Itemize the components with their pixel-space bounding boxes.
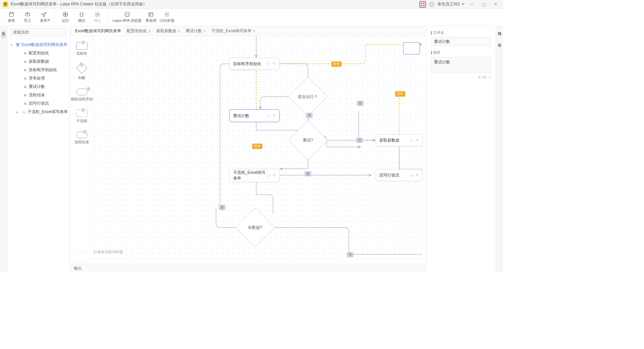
- minimize-button[interactable]: —: [467, 1, 476, 8]
- palette-subflow[interactable]: 1子流程: [76, 110, 88, 123]
- import-button[interactable]: 导入: [20, 10, 35, 25]
- node-palette: 7流程块 3判断 0辅助流程开始 1子流程 1流程结束: [70, 36, 94, 264]
- field-label-filename: 文件名: [431, 30, 491, 35]
- close-icon[interactable]: ×: [253, 29, 255, 34]
- publish-button[interactable]: 发布: [36, 10, 51, 25]
- command-icon[interactable]: [1, 34, 6, 38]
- tab[interactable]: 获取新数据×: [154, 27, 183, 36]
- svg-rect-15: [2, 34, 5, 37]
- browser-button[interactable]: AILaiye RPA 浏览器: [112, 10, 142, 25]
- toolbar-divider: [54, 11, 55, 23]
- tree-item[interactable]: ≋配置初始化: [7, 49, 69, 57]
- tree-subflow[interactable]: ▸▭子流程_Excel填写表单: [7, 108, 69, 116]
- layers-icon: ≋: [23, 101, 28, 106]
- close-button[interactable]: ✕: [491, 1, 500, 8]
- node-init[interactable]: 目标程序初始化 ▷✎: [229, 58, 280, 70]
- edit-icon[interactable]: ✎: [416, 173, 419, 178]
- play-icon[interactable]: ▷: [411, 173, 414, 178]
- close-icon[interactable]: ×: [148, 29, 151, 34]
- uilib-button[interactable]: 界面库: [144, 10, 158, 25]
- subflow-icon: ▭: [21, 110, 26, 114]
- tree-root[interactable]: ▾ Excel数据填写到网页表单: [7, 41, 69, 49]
- chevron-down-icon: [462, 3, 464, 5]
- import-icon: [24, 11, 31, 17]
- debug-button[interactable]: 调试: [74, 10, 89, 25]
- flow-canvas[interactable]: 7流程块 3判断 0辅助流程开始 1子流程 1流程结束: [70, 36, 426, 264]
- tree-item[interactable]: ≋获取新数据: [7, 57, 69, 66]
- editor-tabs: Excel数据填写到网页表单 配置初始化× 获取新数据× 重试计数× 子流程_E…: [70, 26, 426, 36]
- save-button[interactable]: 保存: [4, 10, 19, 25]
- decision-retry[interactable]: 重试?: [294, 126, 322, 154]
- edit-icon[interactable]: ✎: [273, 173, 276, 178]
- tree-item[interactable]: ≋流程结束: [7, 91, 69, 99]
- svg-rect-13: [165, 13, 169, 16]
- edit-icon[interactable]: ✎: [416, 138, 419, 143]
- palette-decision[interactable]: 3判断: [78, 64, 86, 81]
- right-side-tabs: 属性 令部: [496, 26, 503, 272]
- layers-icon: ≋: [23, 85, 28, 89]
- output-panel-header[interactable]: 输出: [70, 264, 426, 272]
- decision-firstrun[interactable]: 首次运行？: [294, 83, 322, 111]
- palette-aux-start[interactable]: 0辅助流程开始: [71, 89, 93, 102]
- palette-block[interactable]: 7流程块: [76, 42, 88, 56]
- play-icon[interactable]: ▷: [268, 113, 271, 118]
- ai-icon: AI: [124, 11, 130, 17]
- svg-rect-12: [149, 13, 153, 16]
- svg-rect-0: [421, 2, 422, 4]
- tree-item[interactable]: ≋目标程序初始化: [7, 66, 69, 74]
- tree-item[interactable]: ≋回写行状态: [7, 99, 69, 108]
- play-icon[interactable]: ▷: [268, 173, 271, 178]
- play-icon[interactable]: ▷: [411, 138, 414, 143]
- bug-icon: [78, 11, 85, 17]
- uianalyzer-button[interactable]: UI分析器: [160, 10, 174, 25]
- user-avatar[interactable]: [429, 1, 435, 7]
- node-retry[interactable]: 重试计数 ▷✎: [229, 109, 280, 122]
- svg-rect-1: [423, 2, 424, 4]
- edge-label-exception: 异常: [395, 91, 405, 97]
- description-field[interactable]: [431, 57, 491, 73]
- svg-point-7: [80, 13, 83, 17]
- run-button[interactable]: 运行: [58, 10, 73, 25]
- stop-button: 停止: [90, 10, 105, 25]
- field-label-desc: 描述: [431, 50, 491, 55]
- tree-item[interactable]: ≋异常处理: [7, 74, 69, 83]
- svg-rect-2: [421, 5, 422, 6]
- apps-grid-button[interactable]: [419, 1, 426, 8]
- left-side-tabs: 流程: [0, 26, 7, 272]
- edge-label-exception: 异常: [252, 144, 262, 149]
- svg-rect-3: [423, 5, 424, 6]
- svg-rect-17: [16, 43, 18, 44]
- titlebar: B Excel数据填写到网页表单 - Laiye RPA Creator 社区版…: [0, 0, 503, 9]
- tree-item[interactable]: ≋重试计数: [7, 83, 69, 91]
- chevron-down-icon: [47, 19, 50, 21]
- toolbar: 保存 导入 发布 运行 调试 停止 AILaiye RPA 浏览器 界面库 UI…: [0, 9, 503, 26]
- edge-label-no: 否: [347, 252, 354, 257]
- maximize-button[interactable]: ▢: [479, 1, 488, 8]
- explorer-panel: ▾ Excel数据填写到网页表单 ≋配置初始化 ≋获取新数据 ≋目标程序初始化 …: [7, 26, 70, 272]
- edit-icon[interactable]: ✎: [273, 61, 276, 66]
- layers-icon: ≋: [23, 93, 28, 98]
- tab[interactable]: Excel数据填写到网页表单: [72, 27, 124, 36]
- minimap[interactable]: [403, 42, 420, 54]
- filename-field[interactable]: [431, 37, 491, 46]
- close-icon[interactable]: ×: [178, 29, 180, 34]
- svg-text:AI: AI: [126, 13, 128, 15]
- tab[interactable]: 子流程_Excel填写表单×: [209, 27, 258, 36]
- edit-icon[interactable]: ✎: [273, 113, 276, 118]
- node-getdata[interactable]: 获取新数据 ▷✎: [376, 134, 423, 146]
- tab[interactable]: 重试计数×: [183, 27, 209, 36]
- play-icon[interactable]: ▷: [268, 61, 271, 66]
- node-subflow[interactable]: 子流程_Excel填写表单 ▷✎: [229, 169, 280, 182]
- search-input[interactable]: [10, 28, 66, 36]
- edge-label-exception: 异常: [331, 61, 341, 67]
- tab[interactable]: 配置初始化×: [124, 27, 154, 36]
- expand-icon[interactable]: ⤢: [488, 76, 491, 79]
- svg-rect-19: [17, 46, 18, 47]
- user-menu[interactable]: 来也员工001: [437, 1, 464, 7]
- decision-hasdata[interactable]: 有数据?: [241, 213, 269, 242]
- node-writeback[interactable]: 回写行状态 ▷✎: [376, 169, 423, 181]
- stop-icon: [95, 11, 101, 17]
- palette-end[interactable]: 1流程结束: [74, 132, 89, 145]
- close-icon[interactable]: ×: [203, 29, 206, 34]
- play-icon: [62, 11, 68, 17]
